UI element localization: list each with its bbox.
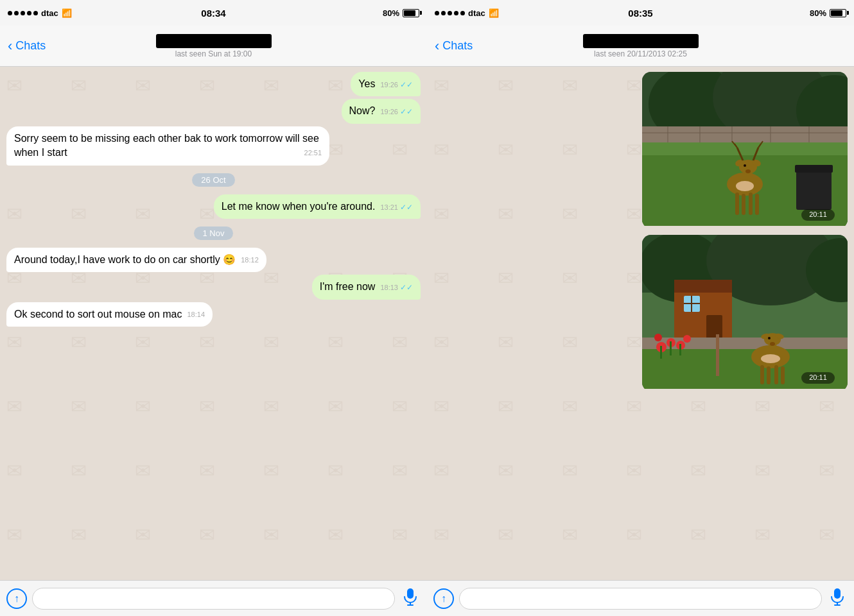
left-input-bar: ↑ (0, 580, 427, 616)
right-last-seen: last seen 20/11/2013 02:25 (594, 49, 687, 58)
svg-point-70 (768, 337, 771, 339)
svg-rect-23 (755, 194, 759, 215)
right-mic-button[interactable] (827, 588, 848, 609)
svg-rect-55 (660, 346, 662, 359)
right-nav-bar: ‹ Chats last seen 20/11/2013 02:25 (427, 26, 854, 67)
left-chat-area: Yes 19:26 ✓✓ Now? 19:26 ✓✓ Sorry seem to… (0, 67, 427, 580)
double-check-icon: ✓✓ (400, 80, 413, 89)
svg-text:20:11: 20:11 (809, 210, 827, 218)
deer-image-2: 20:11 (642, 235, 848, 389)
msg-text: Yes (358, 78, 375, 89)
right-phone-screen: dtac 📶 08:35 80% ‹ Chats last seen 20/11… (427, 0, 854, 616)
msg-time: 19:26 ✓✓ (380, 107, 413, 117)
svg-point-34 (744, 164, 746, 167)
left-phone-screen: dtac 📶 08:34 80% ‹ Chats last seen Sun a… (0, 0, 427, 616)
svg-rect-60 (716, 334, 719, 376)
message-aroundtoday: Around today,I have work to do on car sh… (6, 248, 266, 272)
message-oksecond: Ok second to sort out mouse on mac 18:14 (6, 302, 213, 327)
svg-rect-59 (679, 344, 681, 355)
right-input-bar: ↑ (427, 580, 854, 616)
left-mic-button[interactable] (400, 588, 421, 609)
left-time: 08:34 (201, 8, 225, 19)
msg-time: 18:14 (187, 310, 205, 320)
microphone-icon (830, 588, 844, 610)
svg-rect-65 (781, 366, 785, 384)
svg-rect-75 (834, 588, 841, 599)
right-time: 08:35 (628, 8, 652, 19)
right-message-list: 20:11 (433, 72, 848, 391)
msg-time: 13:21 ✓✓ (380, 202, 413, 213)
chevron-left-icon: ‹ (435, 39, 439, 53)
svg-rect-45 (674, 280, 732, 293)
microphone-icon (403, 588, 417, 610)
left-status-left: dtac 📶 (8, 8, 72, 18)
wifi-icon: 📶 (489, 8, 499, 18)
svg-rect-21 (742, 194, 745, 215)
message-sorry: Sorry seem to be missing each other bak … (6, 126, 329, 166)
left-message-list: Yes 19:26 ✓✓ Now? 19:26 ✓✓ Sorry seem to… (6, 72, 421, 327)
right-nav-center: last seen 20/11/2013 02:25 (583, 34, 699, 58)
svg-rect-64 (774, 365, 778, 384)
left-status-right: 80% (383, 8, 419, 18)
svg-point-36 (736, 181, 754, 191)
signal-dots (435, 11, 465, 15)
wifi-icon: 📶 (62, 8, 72, 18)
svg-point-58 (683, 335, 691, 343)
chevron-left-icon: ‹ (8, 39, 12, 53)
right-contact-name-redacted (583, 34, 699, 48)
svg-point-71 (761, 354, 780, 363)
right-status-right: 80% (810, 8, 846, 18)
svg-rect-0 (407, 588, 414, 599)
double-check-icon: ✓✓ (400, 283, 413, 292)
battery-icon (830, 9, 846, 17)
msg-time: 19:26 ✓✓ (380, 80, 413, 90)
right-attach-button[interactable]: ↑ (433, 588, 454, 609)
upload-icon: ↑ (441, 593, 446, 604)
svg-point-72 (770, 342, 775, 346)
svg-point-35 (745, 169, 751, 173)
svg-rect-62 (760, 365, 764, 384)
deer-image-1: 20:11 (642, 72, 848, 226)
message-now: Now? 19:26 ✓✓ (342, 99, 421, 123)
image-message-2: 20:11 (642, 235, 848, 391)
carrier-name: dtac (41, 8, 58, 18)
msg-text: Sorry seem to be missing each other bak … (14, 133, 319, 158)
upload-icon: ↑ (14, 593, 19, 604)
left-message-input[interactable] (32, 588, 395, 610)
svg-rect-22 (749, 193, 753, 215)
svg-rect-17 (796, 168, 832, 210)
right-chats-label: Chats (442, 39, 473, 53)
msg-text: Ok second to sort out mouse on mac (14, 309, 182, 320)
left-status-bar: dtac 📶 08:34 80% (0, 0, 427, 26)
msg-text: I'm free now (320, 281, 376, 292)
msg-text: Around today,I have work to do on car sh… (14, 254, 236, 265)
carrier-name: dtac (468, 8, 485, 18)
msg-text: Let me know when you're around. (222, 201, 376, 212)
svg-text:20:11: 20:11 (809, 373, 827, 381)
svg-rect-18 (795, 165, 833, 173)
signal-dots (8, 11, 38, 15)
right-chat-area: 20:11 (427, 67, 854, 580)
left-back-button[interactable]: ‹ Chats (8, 39, 46, 53)
battery-pct: 80% (383, 8, 399, 18)
msg-text: Now? (349, 105, 376, 116)
msg-time: 22:51 (304, 148, 322, 158)
svg-rect-44 (674, 286, 732, 344)
left-attach-button[interactable]: ↑ (6, 588, 27, 609)
svg-point-54 (654, 334, 662, 341)
left-contact-name-redacted (156, 34, 272, 48)
right-status-bar: dtac 📶 08:35 80% (427, 0, 854, 26)
right-message-input[interactable] (459, 588, 822, 610)
double-check-icon: ✓✓ (400, 203, 413, 212)
double-check-icon: ✓✓ (400, 107, 413, 116)
svg-rect-63 (767, 366, 771, 384)
right-back-button[interactable]: ‹ Chats (435, 39, 473, 53)
msg-time: 18:13 ✓✓ (380, 282, 413, 293)
message-imfreenow: I'm free now 18:13 ✓✓ (312, 275, 421, 299)
left-nav-bar: ‹ Chats last seen Sun at 19:00 (0, 26, 427, 67)
left-last-seen: last seen Sun at 19:00 (175, 49, 252, 58)
date-separator-1nov: 1 Nov (194, 227, 234, 240)
battery-pct: 80% (810, 8, 826, 18)
msg-time: 18:12 (241, 255, 259, 265)
left-chats-label: Chats (15, 39, 46, 53)
